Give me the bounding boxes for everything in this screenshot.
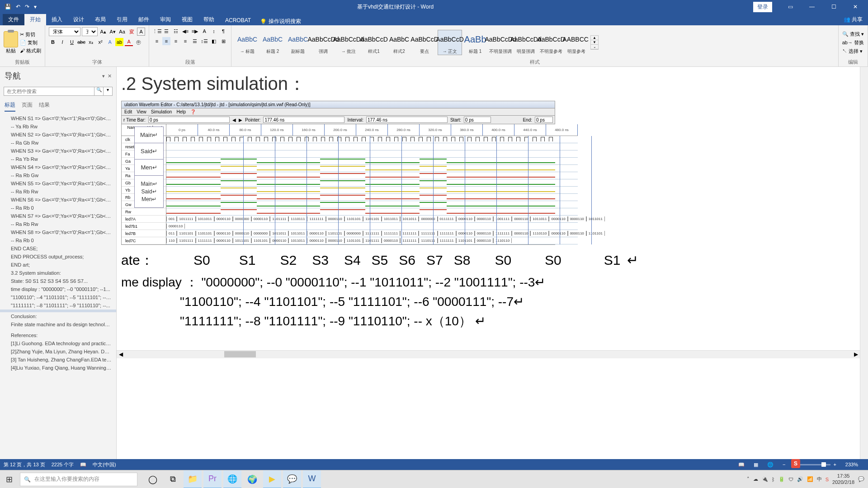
font-name-select[interactable]: 宋体 bbox=[49, 27, 80, 36]
nav-item[interactable]: END CASE; bbox=[0, 244, 116, 253]
document-area[interactable]: .2 System simulation： ulation Waveform E… bbox=[117, 67, 860, 459]
pointer-input[interactable] bbox=[263, 117, 344, 123]
nav-item[interactable]: Conclusion: bbox=[0, 312, 116, 320]
asian-layout-icon[interactable]: A bbox=[200, 27, 208, 35]
nav-item[interactable]: -- Ra Rb Rw bbox=[0, 220, 116, 228]
nav-item[interactable]: [4]Liu Yuxiao, Fang Qiang, Huang Wanning… bbox=[0, 364, 116, 372]
font-color-icon[interactable]: A bbox=[125, 38, 133, 46]
borders-icon[interactable]: ⊞ bbox=[219, 37, 227, 45]
show-marks-icon[interactable]: ¶ bbox=[219, 27, 227, 35]
nav-item[interactable]: WHEN S8 => Ga<='0';Ya<='0';Ra<='1';Gb<='… bbox=[0, 228, 116, 236]
underline-icon[interactable]: U bbox=[68, 38, 76, 46]
multilevel-icon[interactable]: ☷ bbox=[172, 27, 180, 35]
prev-icon[interactable]: ◀ bbox=[232, 117, 236, 122]
copy-button[interactable]: 📄 复制 bbox=[20, 39, 41, 46]
nav-item[interactable]: -- Ra Yb Rw bbox=[0, 155, 116, 163]
nav-item[interactable]: [2]Zhang Yujie, Ma Liyun, Zhang Heyan. D… bbox=[0, 347, 116, 356]
justify-icon[interactable]: ≡ bbox=[181, 37, 189, 45]
nav-item[interactable]: [1]Li Guohong. EDA technology and practi… bbox=[0, 339, 116, 347]
highlight-icon[interactable]: ab bbox=[115, 38, 123, 46]
usb-icon[interactable]: 🔌 bbox=[762, 476, 768, 482]
font-size-select[interactable]: 五号 bbox=[82, 27, 98, 36]
tab-acrobat[interactable]: ACROBAT bbox=[220, 15, 256, 25]
word-icon[interactable]: W bbox=[303, 470, 321, 488]
style-item[interactable]: AaBbCcDd强调 bbox=[311, 30, 335, 55]
nav-item[interactable]: WHEN S3 => Ga<='0';Ya<='0';Ra<='1';Gb<='… bbox=[0, 147, 116, 155]
increase-indent-icon[interactable]: ≡▶ bbox=[191, 27, 199, 35]
bold-icon[interactable]: B bbox=[49, 38, 57, 46]
tab-references[interactable]: 引用 bbox=[111, 14, 133, 25]
save-icon[interactable]: 💾 bbox=[5, 4, 11, 10]
style-item[interactable]: AaBbC→ 标题 bbox=[235, 30, 259, 55]
zoom-level[interactable]: 233% bbox=[845, 462, 858, 467]
nav-item[interactable]: WHEN S5 => Ga<='0';Ya<='0';Ra<='1';Gb<='… bbox=[0, 179, 116, 188]
align-center-icon[interactable]: ≡ bbox=[162, 37, 170, 45]
nav-item[interactable]: END art; bbox=[0, 261, 116, 269]
tab-help[interactable]: 帮助 bbox=[198, 14, 220, 25]
maximize-icon[interactable]: ☐ bbox=[825, 4, 843, 10]
grow-font-icon[interactable]: A▴ bbox=[99, 28, 107, 36]
style-item[interactable]: AaBbC样式2 bbox=[387, 30, 411, 55]
sort-icon[interactable]: ↕ bbox=[210, 27, 218, 35]
tab-review[interactable]: 审阅 bbox=[155, 14, 176, 25]
nav-item[interactable]: WHEN S1 => Ga<='0';Ya<='1';Ra<='0';Gb<='… bbox=[0, 114, 116, 122]
vertical-scrollbar[interactable] bbox=[860, 67, 868, 459]
browser-icon[interactable]: 🌍 bbox=[243, 470, 261, 488]
tab-design[interactable]: 设计 bbox=[68, 14, 90, 25]
task-view-icon[interactable]: ◯ bbox=[144, 470, 162, 488]
style-item[interactable]: AaBbCcDd不明显强调 bbox=[488, 30, 513, 55]
next-icon[interactable]: ▶ bbox=[239, 117, 242, 122]
phonetic-icon[interactable]: 変 bbox=[127, 28, 136, 36]
proofing-icon[interactable]: 📖 bbox=[80, 462, 86, 468]
char-border-icon[interactable]: A bbox=[137, 28, 145, 36]
end-input[interactable] bbox=[535, 117, 553, 123]
premiere-icon[interactable]: Pr bbox=[203, 470, 222, 488]
style-item[interactable]: AaBbCcDd明显强调 bbox=[514, 30, 538, 55]
nav-item[interactable]: -- Ra Rb 0 bbox=[0, 204, 116, 212]
nav-item[interactable]: WHEN S4 => Ga<='0';Ya<='0';Ra<='1';Gb<='… bbox=[0, 163, 116, 171]
search-icon[interactable]: 🔍 bbox=[94, 87, 104, 96]
clock[interactable]: 17:35 2020/2/18 bbox=[832, 473, 854, 485]
ime-icon[interactable]: 中 bbox=[817, 476, 822, 483]
line-spacing-icon[interactable]: ↕☰ bbox=[200, 37, 208, 45]
print-layout-icon[interactable]: ▦ bbox=[754, 462, 758, 468]
horizontal-scrollbar[interactable]: ◀ ▶ bbox=[117, 350, 860, 358]
wechat-icon[interactable]: 💬 bbox=[283, 470, 301, 488]
redo-icon[interactable]: ↷ bbox=[25, 4, 29, 10]
align-right-icon[interactable]: ≡ bbox=[172, 37, 180, 45]
nav-close-icon[interactable]: ✕ bbox=[108, 73, 112, 79]
start-input[interactable] bbox=[464, 117, 491, 123]
style-item[interactable]: AaBbCcD→ 正文 bbox=[438, 30, 462, 55]
nav-item[interactable]: -- Ra Rb Rw bbox=[0, 188, 116, 196]
nav-dropdown-icon[interactable]: ▾ bbox=[102, 73, 105, 79]
taskbar-search[interactable]: 🔍 在这里输入你要搜索的内容 bbox=[20, 473, 137, 486]
nav-item[interactable]: Finite state machine and its design tech… bbox=[0, 320, 116, 328]
gallery-scroll[interactable]: ▲▼⌄ bbox=[590, 35, 599, 50]
style-item[interactable]: AaBb标题 1 bbox=[463, 30, 487, 55]
distribute-icon[interactable]: ☰ bbox=[191, 37, 199, 45]
zoom-in-icon[interactable]: + bbox=[833, 462, 836, 467]
zoom-out-icon[interactable]: − bbox=[783, 462, 785, 467]
shading-icon[interactable]: ◧ bbox=[210, 37, 218, 45]
close-icon[interactable]: ✕ bbox=[846, 4, 864, 10]
style-item[interactable]: AABBCCI明显参考 bbox=[564, 30, 589, 55]
time-bar-input[interactable] bbox=[148, 117, 230, 123]
nav-item[interactable]: "1111111"; --8 "1101111"; --9 "1110110";… bbox=[0, 301, 116, 310]
style-item[interactable]: AaBbCcD不明显参考 bbox=[539, 30, 563, 55]
change-case-icon[interactable]: Aa bbox=[118, 28, 126, 36]
style-item[interactable]: AaBbC副标题 bbox=[286, 30, 310, 55]
nav-item[interactable]: "1100110"; --4 "1101101"; --5 "1111101";… bbox=[0, 293, 116, 301]
tab-layout[interactable]: 布局 bbox=[90, 14, 111, 25]
login-button[interactable]: 登录 bbox=[753, 2, 772, 12]
read-mode-icon[interactable]: 📖 bbox=[738, 462, 745, 468]
nav-search-input[interactable] bbox=[4, 87, 94, 96]
potplayer-icon[interactable]: ▶ bbox=[263, 470, 281, 488]
page-indicator[interactable]: 第 12 页，共 13 页 bbox=[4, 461, 45, 468]
nav-item[interactable]: WHEN S7 => Ga<='0';Ya<='0';Ra<='1';Gb<='… bbox=[0, 212, 116, 220]
style-item[interactable]: AaBbCcD样式1 bbox=[362, 30, 386, 55]
nav-item[interactable]: State: S0 S1 S2 S3 S4 S5 S6 S7... bbox=[0, 277, 116, 285]
nav-tab-headings[interactable]: 标题 bbox=[5, 101, 15, 112]
tab-view[interactable]: 视图 bbox=[176, 14, 198, 25]
volume-icon[interactable]: 🔊 bbox=[797, 476, 803, 482]
wifi-icon[interactable]: 📶 bbox=[807, 476, 813, 482]
